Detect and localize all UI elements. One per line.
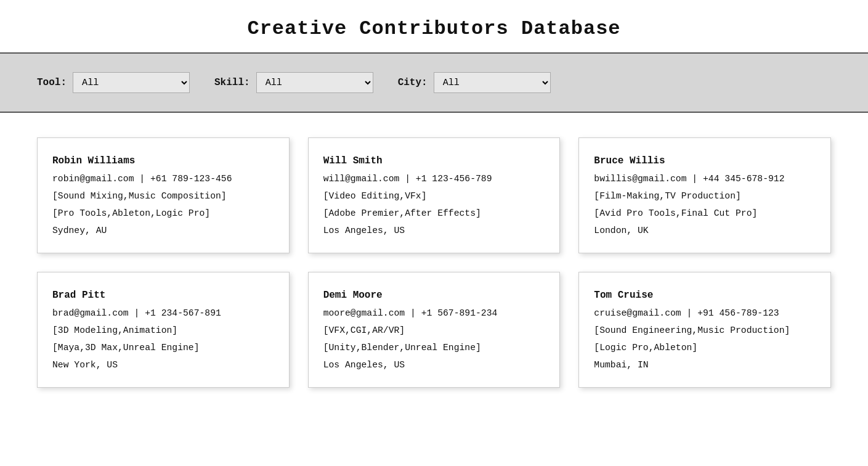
card-contact: will@gmail.com | +1 123-456-789 [323, 174, 545, 184]
page-title: Creative Contributors Database [0, 0, 868, 52]
contributor-card: Bruce Willis bwillis@gmail.com | +44 345… [578, 137, 831, 253]
card-skills: [VFX,CGI,AR/VR] [323, 325, 545, 335]
city-filter-label: City: [398, 77, 428, 88]
filter-bar: Tool: All Skill: All City: All [0, 52, 868, 113]
card-name: Tom Cruise [594, 290, 816, 301]
city-filter-group: City: All [398, 72, 551, 93]
card-skills: [Film-Making,TV Production] [594, 191, 816, 201]
contributor-card: Tom Cruise cruise@gmail.com | +91 456-78… [578, 272, 831, 388]
card-location: New York, US [52, 360, 274, 370]
contributor-card: Will Smith will@gmail.com | +1 123-456-7… [308, 137, 561, 253]
card-skills: [Video Editing,VFx] [323, 191, 545, 201]
skill-filter-label: Skill: [214, 77, 250, 88]
city-filter-select[interactable]: All [434, 72, 551, 93]
contributor-card: Brad Pitt brad@gmail.com | +1 234-567-89… [37, 272, 290, 388]
card-location: Los Angeles, US [323, 360, 545, 370]
tool-filter-group: Tool: All [37, 72, 190, 93]
card-contact: bwillis@gmail.com | +44 345-678-912 [594, 174, 816, 184]
card-tools: [Adobe Premier,After Effects] [323, 208, 545, 218]
contributor-card: Robin Williams robin@gmail.com | +61 789… [37, 137, 290, 253]
card-name: Brad Pitt [52, 290, 274, 301]
skill-filter-select[interactable]: All [256, 72, 373, 93]
contributor-card: Demi Moore moore@gmail.com | +1 567-891-… [308, 272, 561, 388]
card-skills: [3D Modeling,Animation] [52, 325, 274, 335]
card-location: London, UK [594, 226, 816, 235]
card-tools: [Avid Pro Tools,Final Cut Pro] [594, 208, 816, 218]
tool-filter-select[interactable]: All [73, 72, 190, 93]
card-name: Bruce Willis [594, 155, 816, 166]
card-contact: robin@gmail.com | +61 789-123-456 [52, 174, 274, 184]
card-tools: [Maya,3D Max,Unreal Engine] [52, 343, 274, 353]
card-contact: cruise@gmail.com | +91 456-789-123 [594, 308, 816, 318]
card-contact: moore@gmail.com | +1 567-891-234 [323, 308, 545, 318]
tool-filter-label: Tool: [37, 77, 67, 88]
card-name: Demi Moore [323, 290, 545, 301]
card-tools: [Logic Pro,Ableton] [594, 343, 816, 353]
card-name: Will Smith [323, 155, 545, 166]
card-tools: [Unity,Blender,Unreal Engine] [323, 343, 545, 353]
card-contact: brad@gmail.com | +1 234-567-891 [52, 308, 274, 318]
card-location: Sydney, AU [52, 226, 274, 235]
card-skills: [Sound Engineering,Music Production] [594, 325, 816, 335]
card-location: Los Angeles, US [323, 226, 545, 235]
cards-container: Robin Williams robin@gmail.com | +61 789… [0, 113, 868, 412]
card-tools: [Pro Tools,Ableton,Logic Pro] [52, 208, 274, 218]
card-name: Robin Williams [52, 155, 274, 166]
card-skills: [Sound Mixing,Music Composition] [52, 191, 274, 201]
card-location: Mumbai, IN [594, 360, 816, 370]
skill-filter-group: Skill: All [214, 72, 373, 93]
